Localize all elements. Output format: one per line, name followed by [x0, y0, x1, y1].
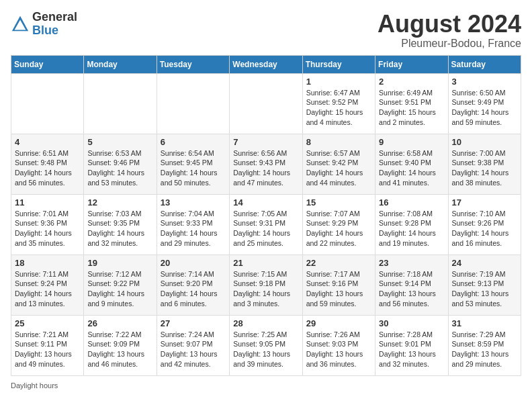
calendar-week-row: 18Sunrise: 7:11 AM Sunset: 9:24 PM Dayli… [11, 255, 521, 315]
calendar-day: 29Sunrise: 7:26 AM Sunset: 9:03 PM Dayli… [302, 315, 375, 375]
calendar-day: 6Sunrise: 6:54 AM Sunset: 9:45 PM Daylig… [157, 134, 229, 194]
day-number: 30 [379, 318, 444, 328]
day-number: 27 [161, 318, 226, 328]
subtitle: Pleumeur-Bodou, France [378, 38, 521, 50]
day-number: 31 [452, 318, 517, 328]
day-info: Sunrise: 7:18 AM Sunset: 9:14 PM Dayligh… [379, 269, 444, 309]
calendar-day: 22Sunrise: 7:17 AM Sunset: 9:16 PM Dayli… [302, 255, 375, 315]
day-info: Sunrise: 6:57 AM Sunset: 9:42 PM Dayligh… [306, 148, 371, 188]
day-info: Sunrise: 7:29 AM Sunset: 8:59 PM Dayligh… [452, 330, 517, 369]
calendar-day: 25Sunrise: 7:21 AM Sunset: 9:11 PM Dayli… [11, 315, 84, 375]
weekday-header-thursday: Thursday [302, 55, 375, 73]
day-info: Sunrise: 6:58 AM Sunset: 9:40 PM Dayligh… [379, 148, 444, 188]
calendar-day: 18Sunrise: 7:11 AM Sunset: 9:24 PM Dayli… [11, 255, 84, 315]
day-number: 4 [15, 137, 80, 147]
day-info: Sunrise: 7:12 AM Sunset: 9:22 PM Dayligh… [87, 269, 152, 309]
calendar-table: SundayMondayTuesdayWednesdayThursdayFrid… [11, 55, 521, 376]
day-number: 18 [15, 258, 80, 268]
day-number: 22 [306, 258, 371, 268]
weekday-header-friday: Friday [375, 55, 448, 73]
day-info: Sunrise: 7:05 AM Sunset: 9:31 PM Dayligh… [233, 209, 298, 248]
calendar-day [84, 73, 157, 134]
logo-icon [11, 15, 30, 34]
day-number: 13 [161, 197, 226, 208]
calendar-week-row: 11Sunrise: 7:01 AM Sunset: 9:36 PM Dayli… [11, 194, 521, 255]
logo-general: General [32, 10, 77, 24]
calendar-week-row: 25Sunrise: 7:21 AM Sunset: 9:11 PM Dayli… [11, 315, 521, 375]
logo-blue: Blue [32, 24, 58, 37]
calendar-day: 4Sunrise: 6:51 AM Sunset: 9:48 PM Daylig… [11, 134, 84, 194]
day-info: Sunrise: 7:15 AM Sunset: 9:18 PM Dayligh… [233, 269, 298, 309]
day-info: Sunrise: 7:03 AM Sunset: 9:35 PM Dayligh… [87, 209, 152, 248]
calendar-day: 10Sunrise: 7:00 AM Sunset: 9:38 PM Dayli… [448, 134, 521, 194]
day-number: 9 [379, 137, 444, 147]
day-info: Sunrise: 7:22 AM Sunset: 9:09 PM Dayligh… [87, 330, 152, 369]
day-info: Sunrise: 7:19 AM Sunset: 9:13 PM Dayligh… [452, 269, 517, 309]
day-info: Sunrise: 6:54 AM Sunset: 9:45 PM Dayligh… [161, 148, 226, 188]
calendar-day: 3Sunrise: 6:50 AM Sunset: 9:49 PM Daylig… [448, 73, 521, 134]
footer: Daylight hours [11, 381, 521, 390]
footer-text: Daylight hours [11, 381, 58, 390]
day-info: Sunrise: 7:14 AM Sunset: 9:20 PM Dayligh… [161, 269, 226, 309]
calendar-day [11, 73, 84, 134]
calendar-day: 23Sunrise: 7:18 AM Sunset: 9:14 PM Dayli… [375, 255, 448, 315]
day-number: 10 [452, 137, 517, 147]
calendar-day: 11Sunrise: 7:01 AM Sunset: 9:36 PM Dayli… [11, 194, 84, 255]
day-number: 20 [161, 258, 226, 268]
logo: General Blue [11, 11, 77, 38]
day-number: 2 [379, 77, 444, 87]
day-number: 8 [306, 137, 371, 147]
weekday-header-sunday: Sunday [11, 55, 84, 73]
day-number: 11 [15, 197, 80, 208]
day-number: 6 [161, 137, 226, 147]
calendar-day [157, 73, 229, 134]
day-info: Sunrise: 6:53 AM Sunset: 9:46 PM Dayligh… [87, 148, 152, 188]
weekday-header-wednesday: Wednesday [230, 55, 302, 73]
calendar-day: 2Sunrise: 6:49 AM Sunset: 9:51 PM Daylig… [375, 73, 448, 134]
day-info: Sunrise: 7:26 AM Sunset: 9:03 PM Dayligh… [306, 330, 371, 369]
calendar-day: 8Sunrise: 6:57 AM Sunset: 9:42 PM Daylig… [302, 134, 375, 194]
calendar-day: 5Sunrise: 6:53 AM Sunset: 9:46 PM Daylig… [84, 134, 157, 194]
day-info: Sunrise: 6:50 AM Sunset: 9:49 PM Dayligh… [452, 88, 517, 128]
day-number: 14 [233, 197, 298, 208]
day-number: 21 [233, 258, 298, 268]
day-number: 17 [452, 197, 517, 208]
day-info: Sunrise: 7:24 AM Sunset: 9:07 PM Dayligh… [161, 330, 226, 369]
calendar-day: 27Sunrise: 7:24 AM Sunset: 9:07 PM Dayli… [157, 315, 229, 375]
calendar-day: 16Sunrise: 7:08 AM Sunset: 9:28 PM Dayli… [375, 194, 448, 255]
day-info: Sunrise: 7:00 AM Sunset: 9:38 PM Dayligh… [452, 148, 517, 188]
day-number: 28 [233, 318, 298, 328]
day-number: 19 [87, 258, 152, 268]
day-number: 16 [379, 197, 444, 208]
day-info: Sunrise: 7:08 AM Sunset: 9:28 PM Dayligh… [379, 209, 444, 248]
day-number: 23 [379, 258, 444, 268]
day-info: Sunrise: 6:49 AM Sunset: 9:51 PM Dayligh… [379, 88, 444, 128]
day-info: Sunrise: 6:56 AM Sunset: 9:43 PM Dayligh… [233, 148, 298, 188]
day-info: Sunrise: 7:28 AM Sunset: 9:01 PM Dayligh… [379, 330, 444, 369]
day-number: 26 [87, 318, 152, 328]
weekday-header-monday: Monday [84, 55, 157, 73]
calendar-day: 9Sunrise: 6:58 AM Sunset: 9:40 PM Daylig… [375, 134, 448, 194]
calendar-header: SundayMondayTuesdayWednesdayThursdayFrid… [11, 55, 521, 73]
calendar-day: 20Sunrise: 7:14 AM Sunset: 9:20 PM Dayli… [157, 255, 229, 315]
calendar-day: 12Sunrise: 7:03 AM Sunset: 9:35 PM Dayli… [84, 194, 157, 255]
weekday-header-tuesday: Tuesday [157, 55, 229, 73]
calendar-week-row: 1Sunrise: 6:47 AM Sunset: 9:52 PM Daylig… [11, 73, 521, 134]
day-info: Sunrise: 7:21 AM Sunset: 9:11 PM Dayligh… [15, 330, 80, 369]
day-number: 12 [87, 197, 152, 208]
day-info: Sunrise: 7:04 AM Sunset: 9:33 PM Dayligh… [161, 209, 226, 248]
day-number: 15 [306, 197, 371, 208]
day-number: 25 [15, 318, 80, 328]
calendar-day [230, 73, 302, 134]
calendar-day: 7Sunrise: 6:56 AM Sunset: 9:43 PM Daylig… [230, 134, 302, 194]
calendar-day: 13Sunrise: 7:04 AM Sunset: 9:33 PM Dayli… [157, 194, 229, 255]
calendar-day: 1Sunrise: 6:47 AM Sunset: 9:52 PM Daylig… [302, 73, 375, 134]
calendar-day: 15Sunrise: 7:07 AM Sunset: 9:29 PM Dayli… [302, 194, 375, 255]
calendar-day: 24Sunrise: 7:19 AM Sunset: 9:13 PM Dayli… [448, 255, 521, 315]
calendar-day: 31Sunrise: 7:29 AM Sunset: 8:59 PM Dayli… [448, 315, 521, 375]
main-title: August 2024 [378, 11, 521, 38]
day-number: 7 [233, 137, 298, 147]
day-info: Sunrise: 7:11 AM Sunset: 9:24 PM Dayligh… [15, 269, 80, 309]
calendar-day: 28Sunrise: 7:25 AM Sunset: 9:05 PM Dayli… [230, 315, 302, 375]
day-number: 5 [87, 137, 152, 147]
